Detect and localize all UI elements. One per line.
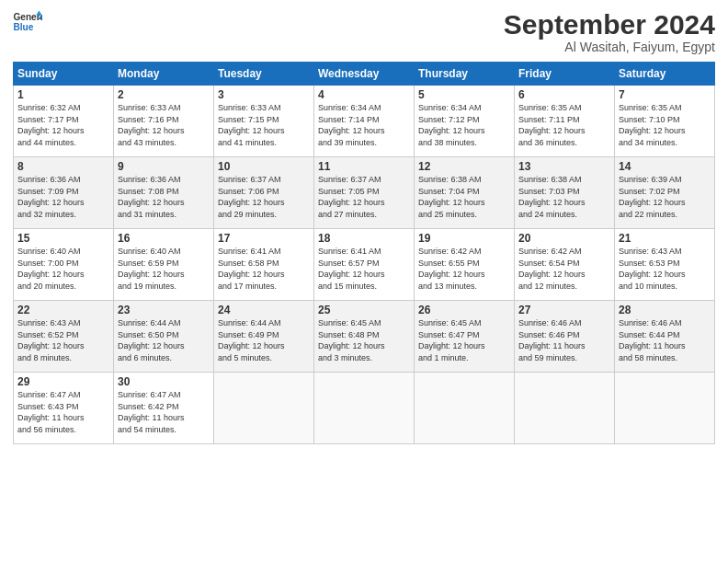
table-row: 24Sunrise: 6:44 AM Sunset: 6:49 PM Dayli… <box>214 301 314 373</box>
col-wednesday: Wednesday <box>314 63 415 86</box>
calendar-header-row: Sunday Monday Tuesday Wednesday Thursday… <box>14 63 715 86</box>
table-row: 30Sunrise: 6:47 AM Sunset: 6:42 PM Dayli… <box>114 373 214 444</box>
day-number: 16 <box>118 232 210 245</box>
table-row: 8Sunrise: 6:36 AM Sunset: 7:09 PM Daylig… <box>14 157 114 229</box>
table-row: 4Sunrise: 6:34 AM Sunset: 7:14 PM Daylig… <box>314 86 415 157</box>
table-row: 11Sunrise: 6:37 AM Sunset: 7:05 PM Dayli… <box>314 157 415 229</box>
day-number: 18 <box>318 232 410 245</box>
table-row: 18Sunrise: 6:41 AM Sunset: 6:57 PM Dayli… <box>314 229 415 301</box>
logo: General Blue <box>13 9 42 35</box>
day-number: 26 <box>418 304 510 316</box>
table-row: 25Sunrise: 6:45 AM Sunset: 6:48 PM Dayli… <box>314 301 415 373</box>
table-row: 9Sunrise: 6:36 AM Sunset: 7:08 PM Daylig… <box>114 157 214 229</box>
day-info: Sunrise: 6:37 AM Sunset: 7:06 PM Dayligh… <box>218 174 310 220</box>
day-number: 19 <box>418 232 510 245</box>
day-info: Sunrise: 6:36 AM Sunset: 7:08 PM Dayligh… <box>118 174 210 220</box>
day-info: Sunrise: 6:43 AM Sunset: 6:53 PM Dayligh… <box>619 246 711 292</box>
logo-icon: General Blue <box>13 9 42 35</box>
col-thursday: Thursday <box>415 63 515 86</box>
day-info: Sunrise: 6:41 AM Sunset: 6:58 PM Dayligh… <box>218 246 310 292</box>
day-info: Sunrise: 6:44 AM Sunset: 6:49 PM Dayligh… <box>218 317 310 363</box>
calendar-table: Sunday Monday Tuesday Wednesday Thursday… <box>13 62 715 444</box>
day-info: Sunrise: 6:45 AM Sunset: 6:47 PM Dayligh… <box>418 317 510 363</box>
table-row: 6Sunrise: 6:35 AM Sunset: 7:11 PM Daylig… <box>515 86 615 157</box>
table-row: 5Sunrise: 6:34 AM Sunset: 7:12 PM Daylig… <box>415 86 515 157</box>
table-row: 10Sunrise: 6:37 AM Sunset: 7:06 PM Dayli… <box>214 157 314 229</box>
col-monday: Monday <box>114 63 214 86</box>
day-info: Sunrise: 6:40 AM Sunset: 6:59 PM Dayligh… <box>118 246 210 292</box>
svg-text:Blue: Blue <box>13 22 33 32</box>
calendar-week-row: 15Sunrise: 6:40 AM Sunset: 7:00 PM Dayli… <box>14 229 715 301</box>
table-row: 1Sunrise: 6:32 AM Sunset: 7:17 PM Daylig… <box>14 86 114 157</box>
day-info: Sunrise: 6:34 AM Sunset: 7:14 PM Dayligh… <box>318 102 410 148</box>
table-row: 16Sunrise: 6:40 AM Sunset: 6:59 PM Dayli… <box>114 229 214 301</box>
day-number: 12 <box>418 160 510 173</box>
day-number: 9 <box>118 160 210 173</box>
day-number: 20 <box>518 232 610 245</box>
header: General Blue September 2024 Al Wasitah, … <box>13 9 715 54</box>
day-info: Sunrise: 6:44 AM Sunset: 6:50 PM Dayligh… <box>118 317 210 363</box>
table-row: 3Sunrise: 6:33 AM Sunset: 7:15 PM Daylig… <box>214 86 314 157</box>
day-number: 6 <box>518 88 610 101</box>
day-number: 17 <box>218 232 310 245</box>
day-number: 1 <box>17 88 109 101</box>
day-info: Sunrise: 6:47 AM Sunset: 6:42 PM Dayligh… <box>118 389 210 435</box>
day-number: 4 <box>318 88 410 101</box>
month-title: September 2024 <box>504 9 715 40</box>
day-info: Sunrise: 6:33 AM Sunset: 7:16 PM Dayligh… <box>118 102 210 148</box>
day-info: Sunrise: 6:35 AM Sunset: 7:11 PM Dayligh… <box>518 102 610 148</box>
day-number: 8 <box>17 160 109 173</box>
day-number: 29 <box>17 375 109 388</box>
table-row: 28Sunrise: 6:46 AM Sunset: 6:44 PM Dayli… <box>615 301 715 373</box>
table-row: 15Sunrise: 6:40 AM Sunset: 7:00 PM Dayli… <box>14 229 114 301</box>
table-row: 17Sunrise: 6:41 AM Sunset: 6:58 PM Dayli… <box>214 229 314 301</box>
day-number: 27 <box>518 304 610 316</box>
day-info: Sunrise: 6:32 AM Sunset: 7:17 PM Dayligh… <box>17 102 109 148</box>
calendar-week-row: 29Sunrise: 6:47 AM Sunset: 6:43 PM Dayli… <box>14 373 715 444</box>
calendar-week-row: 1Sunrise: 6:32 AM Sunset: 7:17 PM Daylig… <box>14 86 715 157</box>
day-number: 24 <box>218 304 310 316</box>
table-row: 12Sunrise: 6:38 AM Sunset: 7:04 PM Dayli… <box>415 157 515 229</box>
table-row <box>314 373 415 444</box>
day-info: Sunrise: 6:42 AM Sunset: 6:55 PM Dayligh… <box>418 246 510 292</box>
day-info: Sunrise: 6:46 AM Sunset: 6:46 PM Dayligh… <box>518 317 610 363</box>
title-block: September 2024 Al Wasitah, Faiyum, Egypt <box>504 9 715 54</box>
location: Al Wasitah, Faiyum, Egypt <box>504 40 715 54</box>
day-number: 30 <box>118 375 210 388</box>
day-info: Sunrise: 6:39 AM Sunset: 7:02 PM Dayligh… <box>619 174 711 220</box>
table-row <box>515 373 615 444</box>
table-row <box>214 373 314 444</box>
table-row: 7Sunrise: 6:35 AM Sunset: 7:10 PM Daylig… <box>615 86 715 157</box>
day-info: Sunrise: 6:42 AM Sunset: 6:54 PM Dayligh… <box>518 246 610 292</box>
col-friday: Friday <box>515 63 615 86</box>
day-number: 22 <box>17 304 109 316</box>
day-info: Sunrise: 6:41 AM Sunset: 6:57 PM Dayligh… <box>318 246 410 292</box>
day-info: Sunrise: 6:46 AM Sunset: 6:44 PM Dayligh… <box>619 317 711 363</box>
col-saturday: Saturday <box>615 63 715 86</box>
day-info: Sunrise: 6:37 AM Sunset: 7:05 PM Dayligh… <box>318 174 410 220</box>
day-info: Sunrise: 6:38 AM Sunset: 7:03 PM Dayligh… <box>518 174 610 220</box>
day-number: 21 <box>619 232 711 245</box>
table-row: 19Sunrise: 6:42 AM Sunset: 6:55 PM Dayli… <box>415 229 515 301</box>
table-row <box>615 373 715 444</box>
table-row: 29Sunrise: 6:47 AM Sunset: 6:43 PM Dayli… <box>14 373 114 444</box>
day-number: 11 <box>318 160 410 173</box>
col-tuesday: Tuesday <box>214 63 314 86</box>
table-row: 27Sunrise: 6:46 AM Sunset: 6:46 PM Dayli… <box>515 301 615 373</box>
day-number: 10 <box>218 160 310 173</box>
calendar-week-row: 22Sunrise: 6:43 AM Sunset: 6:52 PM Dayli… <box>14 301 715 373</box>
day-number: 2 <box>118 88 210 101</box>
day-number: 7 <box>619 88 711 101</box>
table-row: 21Sunrise: 6:43 AM Sunset: 6:53 PM Dayli… <box>615 229 715 301</box>
day-info: Sunrise: 6:36 AM Sunset: 7:09 PM Dayligh… <box>17 174 109 220</box>
table-row: 2Sunrise: 6:33 AM Sunset: 7:16 PM Daylig… <box>114 86 214 157</box>
day-number: 3 <box>218 88 310 101</box>
day-number: 14 <box>619 160 711 173</box>
day-number: 23 <box>118 304 210 316</box>
day-info: Sunrise: 6:38 AM Sunset: 7:04 PM Dayligh… <box>418 174 510 220</box>
table-row: 13Sunrise: 6:38 AM Sunset: 7:03 PM Dayli… <box>515 157 615 229</box>
table-row: 14Sunrise: 6:39 AM Sunset: 7:02 PM Dayli… <box>615 157 715 229</box>
day-info: Sunrise: 6:45 AM Sunset: 6:48 PM Dayligh… <box>318 317 410 363</box>
day-info: Sunrise: 6:33 AM Sunset: 7:15 PM Dayligh… <box>218 102 310 148</box>
table-row: 20Sunrise: 6:42 AM Sunset: 6:54 PM Dayli… <box>515 229 615 301</box>
